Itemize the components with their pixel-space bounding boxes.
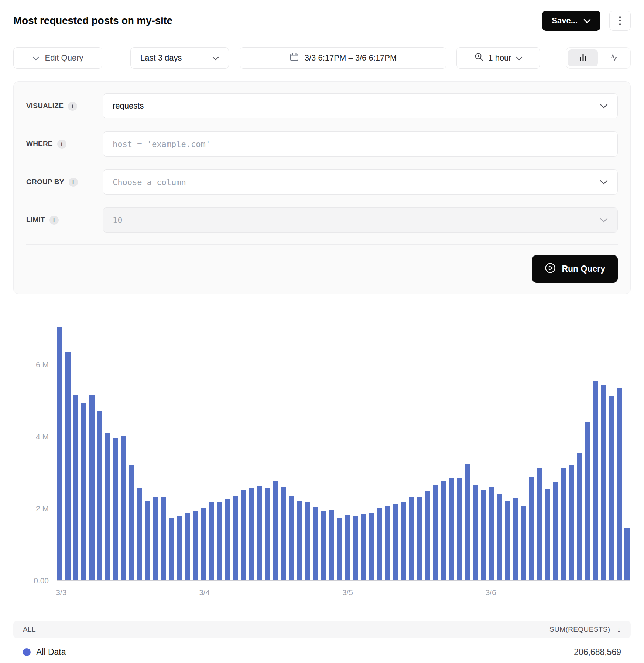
bar-chart-toggle[interactable] (568, 49, 598, 66)
bar[interactable] (457, 478, 462, 580)
bar[interactable] (313, 507, 318, 580)
limit-select[interactable]: 10 (103, 207, 618, 233)
bar[interactable] (297, 501, 302, 580)
bar[interactable] (225, 499, 230, 580)
bar[interactable] (249, 488, 254, 580)
visualize-select[interactable]: requests (103, 93, 618, 118)
bar[interactable] (329, 510, 334, 580)
bar[interactable] (129, 465, 134, 580)
bar[interactable] (609, 396, 614, 580)
group-by-select[interactable]: Choose a column (103, 169, 618, 195)
bar[interactable] (193, 511, 198, 580)
granularity-select[interactable]: 1 hour (456, 47, 540, 69)
bar[interactable] (569, 465, 574, 580)
bar[interactable] (81, 403, 86, 580)
info-icon[interactable]: i (69, 178, 78, 187)
bar[interactable] (73, 395, 78, 580)
bar[interactable] (489, 487, 494, 580)
bar[interactable] (185, 513, 190, 580)
bar[interactable] (89, 395, 95, 580)
bar[interactable] (241, 490, 246, 580)
bar[interactable] (153, 497, 158, 580)
bar[interactable] (537, 468, 542, 580)
bar[interactable] (401, 502, 406, 580)
bar[interactable] (377, 508, 382, 580)
bar[interactable] (481, 490, 486, 580)
bar[interactable] (417, 497, 422, 580)
bar[interactable] (433, 485, 438, 580)
bar[interactable] (201, 508, 206, 580)
bar[interactable] (441, 481, 446, 580)
bar[interactable] (521, 506, 526, 580)
bar[interactable] (169, 518, 174, 580)
sum-requests-sort[interactable]: SUM(REQUESTS) ↓ (549, 625, 621, 634)
bar[interactable] (513, 498, 518, 580)
bar[interactable] (273, 481, 278, 580)
play-circle-icon (545, 262, 556, 276)
bar[interactable] (145, 501, 150, 580)
bar[interactable] (121, 436, 126, 580)
run-query-button[interactable]: Run Query (532, 255, 618, 283)
chevron-down-icon (600, 215, 608, 225)
bar[interactable] (217, 502, 222, 580)
group-by-row: GROUP BY i Choose a column (26, 169, 618, 195)
edit-query-toggle[interactable]: Edit Query (13, 47, 102, 69)
where-input[interactable]: host = 'example.com' (103, 131, 618, 157)
date-range-picker[interactable]: 3/3 6:17PM – 3/6 6:17PM (240, 47, 446, 69)
bar[interactable] (529, 477, 534, 580)
bar[interactable] (281, 487, 286, 580)
bar[interactable] (305, 502, 310, 580)
pulse-line-icon (609, 52, 619, 63)
table-row[interactable]: All Data 206,688,569 (13, 638, 631, 657)
bar[interactable] (545, 489, 550, 580)
bar[interactable] (321, 511, 326, 580)
save-button[interactable]: Save... (542, 11, 600, 31)
series-name: All Data (36, 647, 66, 657)
bar[interactable] (265, 488, 270, 580)
bar[interactable] (57, 327, 62, 580)
bar[interactable] (617, 388, 622, 580)
bar[interactable] (369, 513, 374, 580)
bar[interactable] (473, 485, 478, 580)
bar[interactable] (601, 385, 606, 580)
bar[interactable] (137, 488, 142, 580)
y-axis-tick: 0.00 (34, 576, 49, 585)
bar[interactable] (593, 381, 598, 580)
more-options-button[interactable] (609, 11, 631, 31)
bar[interactable] (361, 514, 366, 580)
group-by-label: GROUP BY i (26, 178, 103, 187)
bar[interactable] (449, 478, 454, 580)
bar[interactable] (409, 497, 414, 580)
bar[interactable] (505, 501, 510, 580)
bar[interactable] (585, 422, 590, 580)
bar[interactable] (233, 496, 238, 580)
bar[interactable] (161, 497, 166, 580)
bar[interactable] (337, 518, 342, 580)
bar[interactable] (465, 464, 470, 580)
bar[interactable] (353, 516, 358, 580)
bar[interactable] (209, 502, 214, 580)
bar[interactable] (65, 352, 71, 580)
bar[interactable] (113, 438, 118, 580)
time-range-preset-select[interactable]: Last 3 days (130, 47, 229, 69)
line-chart-toggle[interactable] (599, 49, 628, 66)
bar[interactable] (97, 411, 102, 580)
bar[interactable] (257, 486, 262, 580)
bar[interactable] (345, 515, 350, 580)
bar[interactable] (105, 433, 110, 580)
info-icon[interactable]: i (49, 216, 59, 225)
where-label-text: WHERE (26, 140, 53, 148)
bar[interactable] (553, 482, 558, 580)
bar[interactable] (177, 516, 182, 580)
info-icon[interactable]: i (68, 102, 77, 111)
bar[interactable] (624, 528, 630, 580)
bar[interactable] (577, 453, 582, 580)
bar[interactable] (289, 496, 294, 580)
bar[interactable] (561, 468, 566, 580)
bar[interactable] (393, 504, 398, 580)
info-icon[interactable]: i (57, 140, 66, 149)
bar[interactable] (385, 506, 390, 580)
series-color-dot (23, 648, 31, 656)
bar[interactable] (425, 491, 430, 580)
bar[interactable] (497, 494, 502, 580)
